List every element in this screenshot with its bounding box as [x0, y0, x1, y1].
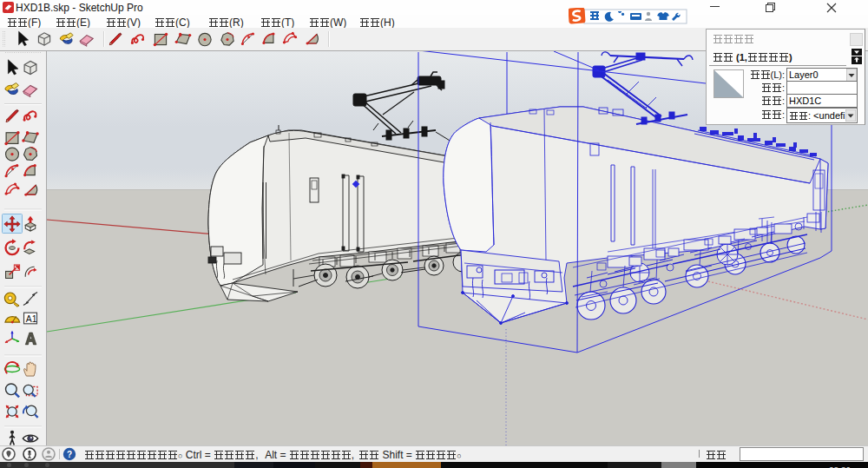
svg-text:?: ?: [67, 450, 72, 459]
